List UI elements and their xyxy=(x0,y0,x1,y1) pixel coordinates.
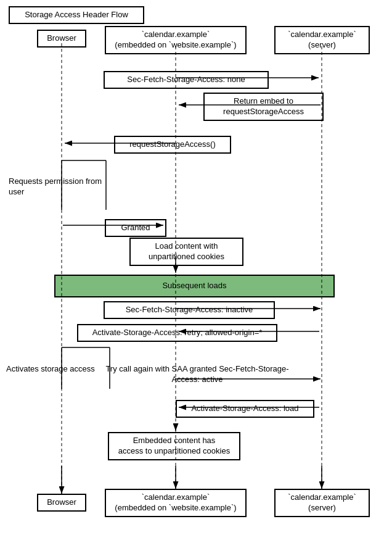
embedded-content-label: Embedded content hasaccess to unpartitio… xyxy=(118,436,230,455)
sec-fetch-inactive-label: Sec-Fetch-Storage-Access: inactive xyxy=(126,305,253,314)
request-storage-label: requestStorageAccess() xyxy=(129,139,215,149)
activate-retry-label: Activate-Storage-Access: retry; allowed-… xyxy=(92,328,263,337)
load-content-box: Load content withunpartitioned cookies xyxy=(129,238,243,266)
embed-top-box: `calendar.example`(embedded on `website.… xyxy=(105,26,247,54)
diagram-container: Storage Access Header Flow Browser `cale… xyxy=(0,0,392,548)
browser-top-box: Browser xyxy=(37,30,86,48)
embed-top-label: `calendar.example`(embedded on `website.… xyxy=(115,30,236,49)
subsequent-loads-box: Subsequent loads xyxy=(54,275,335,297)
embed-bottom-label: `calendar.example`(embedded on `website.… xyxy=(115,492,236,512)
title-text: Storage Access Header Flow xyxy=(25,10,128,19)
subsequent-loads-label: Subsequent loads xyxy=(162,281,226,290)
server-top-label: `calendar.example`(server) xyxy=(288,30,356,49)
embedded-content-box: Embedded content hasaccess to unpartitio… xyxy=(108,432,240,460)
activate-load-box: Activate-Storage-Access: load xyxy=(176,400,314,418)
activates-storage-label: Activates storage access xyxy=(6,364,105,375)
embed-bottom-box: `calendar.example`(embedded on `website.… xyxy=(105,489,247,517)
try-call-again-label: Try call again with SAA granted Sec-Fetc… xyxy=(102,364,293,385)
granted-box: Granted xyxy=(105,219,166,237)
activate-load-label: Activate-Storage-Access: load xyxy=(191,404,298,413)
load-content-label: Load content withunpartitioned cookies xyxy=(149,241,224,261)
browser-top-label: Browser xyxy=(47,33,76,43)
title-box: Storage Access Header Flow xyxy=(9,6,144,24)
activate-retry-box: Activate-Storage-Access: retry; allowed-… xyxy=(77,324,277,342)
sec-fetch-none-label: Sec-Fetch-Storage-Access: none xyxy=(127,75,245,84)
request-storage-box: requestStorageAccess() xyxy=(114,136,231,154)
requests-permission-label: Requests permission from user xyxy=(9,176,107,197)
return-embed-box: Return embed torequestStorageAccess xyxy=(203,93,324,121)
server-bottom-box: `calendar.example`(server) xyxy=(274,489,370,517)
browser-bottom-box: Browser xyxy=(37,494,86,512)
return-embed-label: Return embed torequestStorageAccess xyxy=(223,96,304,116)
sec-fetch-inactive-box: Sec-Fetch-Storage-Access: inactive xyxy=(104,301,275,319)
server-bottom-label: `calendar.example`(server) xyxy=(288,492,356,512)
granted-label: Granted xyxy=(121,223,150,232)
sec-fetch-none-box: Sec-Fetch-Storage-Access: none xyxy=(104,71,269,89)
server-top-box: `calendar.example`(server) xyxy=(274,26,370,54)
browser-bottom-label: Browser xyxy=(47,497,76,507)
